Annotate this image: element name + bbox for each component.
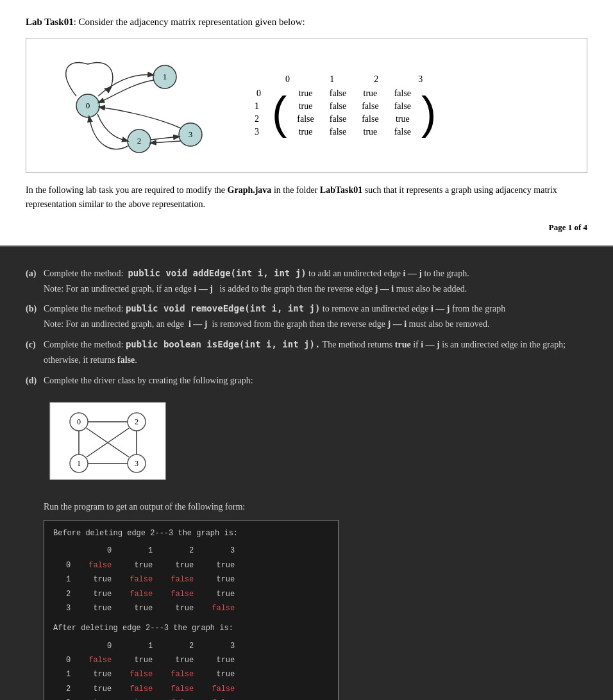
svg-text:2: 2: [137, 136, 142, 146]
svg-marker-8: [104, 87, 112, 93]
small-graph-d: 0 2 1 3: [44, 399, 172, 488]
output-after-title: After deleting edge 2---3 the graph is:: [53, 622, 329, 635]
question-a: (a) Complete the method: public void add…: [26, 266, 587, 297]
q-c-text: Complete the method: public boolean isEd…: [44, 337, 587, 368]
output-before: Before deleting edge 2---3 the graph is:…: [53, 527, 329, 615]
question-list: (a) Complete the method: public void add…: [26, 266, 587, 700]
q-a-label: (a): [26, 266, 44, 281]
svg-text:1: 1: [163, 72, 167, 81]
output-after: After deleting edge 2---3 the graph is: …: [53, 622, 329, 700]
run-text: Run the program to get an output of the …: [44, 499, 587, 515]
q-d-label: (d): [26, 373, 44, 388]
svg-text:0: 0: [86, 101, 90, 110]
graph-area: 0 1 2 3: [37, 45, 242, 166]
page-number: Page 1 of 4: [26, 219, 587, 233]
output-before-title: Before deleting edge 2---3 the graph is:: [53, 527, 329, 540]
adjacency-container: 0 1 2 3: [26, 38, 587, 173]
q-b-label: (b): [26, 301, 44, 317]
q-a-text: Complete the method: public void addEdge…: [44, 266, 587, 297]
svg-text:3: 3: [135, 459, 139, 468]
page-bottom: (a) Complete the method: public void add…: [0, 247, 613, 700]
svg-rect-9: [50, 403, 165, 479]
matrix-table: 0 1 2 3 0 ( true false true: [248, 73, 442, 138]
svg-text:2: 2: [135, 417, 139, 426]
question-b: (b) Complete the method: public void rem…: [26, 301, 587, 332]
lab-task-label: Lab Task01: [26, 17, 74, 27]
small-graph-svg: 0 2 1 3: [44, 399, 172, 483]
code-output: Before deleting edge 2---3 the graph is:…: [44, 520, 339, 700]
graph-svg: 0 1 2 3: [37, 45, 235, 163]
question-c: (c) Complete the method: public boolean …: [26, 337, 587, 368]
title-colon: : Consider the adjacency matrix represen…: [74, 17, 305, 27]
matrix-area: 0 1 2 3 0 ( true false true: [248, 73, 442, 138]
svg-text:0: 0: [77, 417, 81, 426]
q-c-label: (c): [26, 337, 44, 353]
page-top: Lab Task01: Consider the adjacency matri…: [0, 0, 613, 246]
svg-text:3: 3: [189, 129, 193, 139]
lab-title: Lab Task01: Consider the adjacency matri…: [26, 15, 587, 29]
description-text: In the following lab task you are requir…: [26, 183, 587, 212]
output-after-table: 0 1 2 3 0 false true true true 1 tru: [66, 639, 244, 700]
question-d: (d) Complete the driver class by creatin…: [26, 373, 587, 388]
svg-text:1: 1: [77, 459, 81, 468]
q-d-text: Complete the driver class by creating th…: [44, 373, 587, 388]
q-b-text: Complete the method: public void removeE…: [44, 301, 587, 332]
output-before-table: 0 1 2 3 0 false true true true 1 tru: [66, 544, 244, 615]
